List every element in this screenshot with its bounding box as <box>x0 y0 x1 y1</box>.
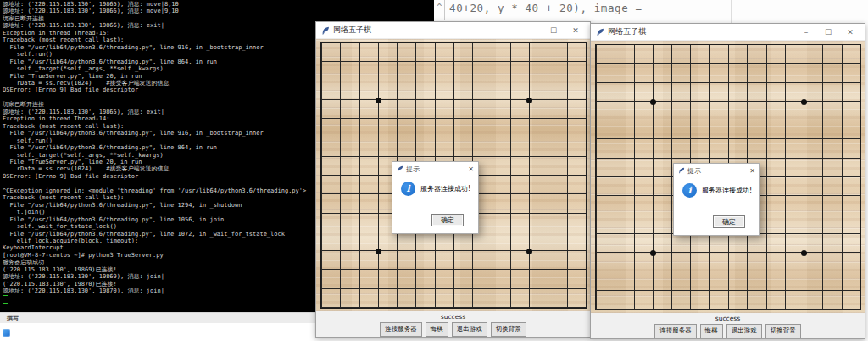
python-feather-icon <box>321 26 330 35</box>
close-button[interactable]: ✕ <box>566 26 585 35</box>
close-button[interactable]: ✕ <box>841 28 860 36</box>
window-titlebar[interactable]: 网络五子棋 – ☐ ✕ <box>591 24 865 41</box>
dialog-titlebar[interactable]: 提示 ✕ <box>392 162 478 176</box>
window-title: 网络五子棋 <box>608 26 793 37</box>
bottom-panel: success 连接服务器 悔棋 退出游戏 切换背景 <box>316 311 590 337</box>
star-point <box>801 250 807 256</box>
dialog-close-icon[interactable]: ✕ <box>749 167 755 175</box>
gomoku-window-1: 网络五子棋 – ☐ ✕ success 连接服务器 悔棋 退出游戏 切换背景 提… <box>315 21 591 338</box>
app-icon[interactable] <box>3 329 10 337</box>
dialog-title: 提示 <box>406 165 465 174</box>
star-point <box>526 98 532 103</box>
message-dialog: 提示 ✕ i 服务器连接成功! 确定 <box>392 161 479 234</box>
switch-background-button[interactable]: 切换背景 <box>491 322 526 337</box>
gomoku-window-2: 网络五子棋 – ☐ ✕ success 连接服务器 悔棋 退出游戏 切换背景 提… <box>590 23 865 339</box>
editor-divider <box>444 0 445 20</box>
ok-button[interactable]: 确定 <box>431 214 464 226</box>
dialog-message: 服务器连接成功! <box>420 184 470 193</box>
terminal-cursor <box>3 295 8 304</box>
undo-move-button[interactable]: 悔棋 <box>700 324 723 338</box>
terminal-output: 源地址: ('220.115.183.130', 19865), 消息: mov… <box>3 1 306 295</box>
dialog-message: 服务器连接成功! <box>702 186 752 195</box>
compose-bar: 撰写 <box>0 312 315 323</box>
star-point <box>650 99 656 105</box>
info-icon: i <box>682 183 697 198</box>
window-title: 网络五子棋 <box>333 25 519 36</box>
editor-code-text: 40+20, y * 40 + 20), image = <box>449 2 643 14</box>
python-feather-icon <box>596 28 604 36</box>
message-dialog: 提示 ✕ i 服务器连接成功! 确定 <box>673 163 760 236</box>
code-editor-strip: ^ 40+20, y * 40 + 20), image = <box>434 0 868 23</box>
dialog-close-icon[interactable]: ✕ <box>468 165 474 173</box>
dialog-titlebar[interactable]: 提示 ✕ <box>674 164 760 177</box>
info-icon: i <box>401 182 415 196</box>
star-point <box>526 249 532 254</box>
exit-game-button[interactable]: 退出游戏 <box>452 322 487 337</box>
maximize-button[interactable]: ☐ <box>819 28 837 36</box>
connect-server-button[interactable]: 连接服务器 <box>380 322 422 337</box>
minimize-button[interactable]: – <box>797 28 815 36</box>
editor-caret: ^ <box>437 2 442 13</box>
dialog-title: 提示 <box>687 166 747 176</box>
star-point <box>376 98 381 103</box>
python-feather-icon <box>397 165 403 172</box>
status-text: success <box>591 313 865 322</box>
star-point <box>801 99 807 105</box>
connect-server-button[interactable]: 连接服务器 <box>654 324 697 338</box>
editor-divider <box>731 0 732 23</box>
minimize-button[interactable]: – <box>522 26 541 35</box>
switch-background-button[interactable]: 切换背景 <box>765 324 801 338</box>
maximize-button[interactable]: ☐ <box>544 26 563 35</box>
ok-button[interactable]: 确定 <box>713 215 745 228</box>
star-point <box>376 249 381 254</box>
python-feather-icon <box>678 167 685 174</box>
window-titlebar[interactable]: 网络五子棋 – ☐ ✕ <box>316 22 590 39</box>
undo-move-button[interactable]: 悔棋 <box>426 322 448 337</box>
status-text: success <box>316 311 590 321</box>
exit-game-button[interactable]: 退出游戏 <box>726 324 762 338</box>
bottom-panel: success 连接服务器 悔棋 退出游戏 切换背景 <box>591 313 865 338</box>
star-point <box>650 250 656 256</box>
